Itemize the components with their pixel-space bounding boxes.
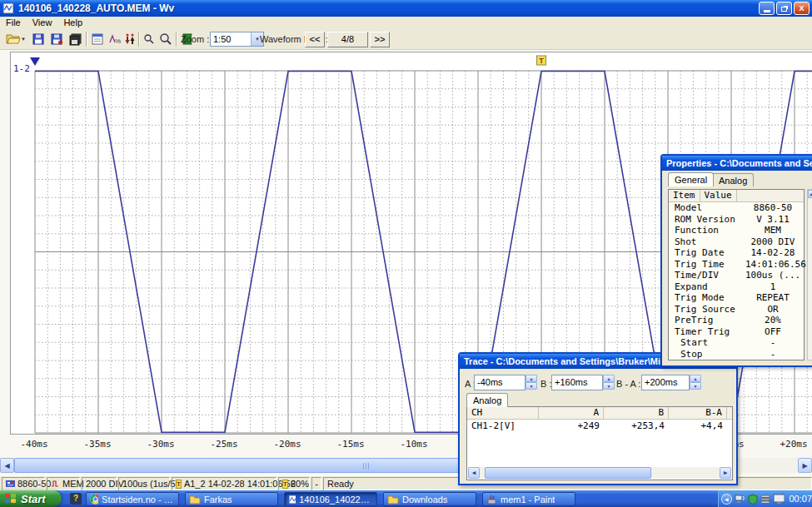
- property-value: REPEAT: [745, 292, 800, 304]
- property-item: Function: [669, 225, 745, 236]
- properties-table: Item Value Model8860-50ROM VersionV 3.11…: [668, 189, 805, 360]
- spin-up-icon[interactable]: ▲: [526, 375, 537, 382]
- magnifier-large-icon: [159, 32, 172, 46]
- layers-icon[interactable]: [760, 494, 770, 504]
- property-item: ROM Version: [669, 214, 745, 226]
- browser-icon: [90, 494, 98, 505]
- cursor-a-spinner[interactable]: ▲ ▼: [526, 375, 537, 390]
- cursor-b-a-spinner[interactable]: ▲ ▼: [690, 375, 701, 390]
- tab-analog[interactable]: Analog: [466, 393, 508, 407]
- tab-analog[interactable]: Analog: [712, 173, 754, 186]
- trace-cell: +4,4: [669, 420, 727, 432]
- scrollbar-thumb[interactable]: [485, 467, 651, 479]
- tab-general[interactable]: General: [668, 172, 714, 186]
- spin-down-icon[interactable]: ▼: [526, 382, 537, 390]
- zoom-in-button[interactable]: [158, 31, 173, 47]
- property-value: V 3.11: [745, 214, 800, 226]
- column-item: Item: [669, 190, 700, 202]
- system-tray: ◀ 00:07: [718, 490, 812, 507]
- minimize-button[interactable]: [759, 2, 775, 15]
- property-row: Expand1: [669, 281, 804, 293]
- close-button[interactable]: X: [794, 2, 810, 15]
- property-value: 1: [745, 281, 800, 293]
- cursor-a-input[interactable]: -40ms: [474, 375, 526, 390]
- x-axis-label: -35ms: [77, 439, 118, 450]
- scroll-left-icon[interactable]: ◀: [468, 467, 480, 479]
- spin-down-icon[interactable]: ▼: [603, 382, 615, 390]
- property-item: Expand: [669, 281, 745, 293]
- property-item: PreTrig: [669, 315, 745, 326]
- scroll-up-icon[interactable]: ▲: [808, 190, 812, 198]
- property-row: FunctionMEM: [669, 225, 804, 236]
- status-trigger-time: T A1_2 14-02-28 14:01:06.56: [172, 477, 276, 490]
- spin-up-icon[interactable]: ▲: [603, 375, 615, 382]
- display-icon[interactable]: [773, 494, 785, 505]
- x-axis-label: -40ms: [13, 439, 55, 450]
- toolbar-separator: [138, 32, 140, 47]
- properties-button[interactable]: [89, 31, 106, 47]
- cursor-b-spinner[interactable]: ▲ ▼: [603, 375, 615, 390]
- property-row: PreTrig20%: [669, 315, 804, 326]
- shield-icon[interactable]: [748, 494, 758, 505]
- property-item: Timer Trig: [669, 326, 745, 338]
- title-bar: 140106_140228_AUTO.MEM - Wv X: [0, 0, 812, 17]
- device-icon: [6, 480, 15, 488]
- restore-button[interactable]: [776, 2, 792, 15]
- menu-view[interactable]: View: [27, 17, 58, 28]
- copy-to-disk-button[interactable]: [67, 31, 83, 47]
- next-file-button[interactable]: >>: [370, 32, 390, 47]
- trace-table: CH A B B-A CH1-2[V]+249+253,4+4,4 ◀ ▶: [466, 406, 733, 480]
- property-value: MEM: [745, 225, 800, 236]
- trace-horizontal-scrollbar[interactable]: ◀ ▶: [468, 467, 731, 479]
- taskbar-item-wv[interactable]: 140106_140228_AUT...: [284, 492, 377, 506]
- properties-vertical-scrollbar[interactable]: ▲: [807, 189, 812, 360]
- scroll-right-icon[interactable]: ▶: [798, 458, 812, 473]
- previous-file-button[interactable]: <<: [305, 32, 325, 47]
- properties-window-title[interactable]: Properties - C:\Documents and Settings\B: [662, 156, 812, 171]
- properties-window: Properties - C:\Documents and Settings\B…: [660, 154, 812, 367]
- cursor-b-input[interactable]: +160ms: [551, 375, 603, 390]
- cursor-a-marker[interactable]: [30, 57, 40, 66]
- waveform-convert-button[interactable]: %: [107, 31, 123, 47]
- property-item: Time/DIV: [669, 270, 745, 281]
- transfer-button[interactable]: [122, 31, 138, 47]
- zoom-value: 1:50: [213, 34, 231, 44]
- property-value: OFF: [745, 326, 800, 338]
- floppy-icon: [32, 32, 45, 46]
- status-pretrig: T 20%: [278, 477, 310, 490]
- scroll-right-icon[interactable]: ▶: [720, 467, 731, 479]
- trace-row[interactable]: CH1-2[V]+249+253,4+4,4: [467, 420, 732, 432]
- taskbar-item-downloads[interactable]: Downloads: [383, 492, 476, 506]
- open-file-button[interactable]: ▼: [3, 31, 28, 47]
- taskbar-item-browser[interactable]: Startsiden.no - Googl...: [86, 492, 179, 506]
- property-value: 100us (...: [745, 270, 800, 281]
- network-icon[interactable]: [735, 494, 746, 505]
- save-as-button[interactable]: [48, 31, 65, 47]
- status-timediv: 100us (1us/5): [118, 477, 170, 490]
- zoom-out-button[interactable]: [142, 31, 157, 47]
- folder-icon: [189, 495, 201, 505]
- restore-icon: [781, 7, 787, 12]
- collapse-chevron-icon[interactable]: ◀: [721, 494, 732, 505]
- property-item: Model: [669, 202, 745, 214]
- scroll-left-icon[interactable]: ◀: [0, 458, 14, 473]
- save-button[interactable]: [30, 31, 47, 47]
- zoom-select[interactable]: 1:50 ▼: [210, 32, 264, 47]
- trace-window: Trace - C:\Documents and Settings\Bruker…: [458, 352, 738, 485]
- taskbar-item-paint[interactable]: mem1 - Paint: [482, 492, 575, 506]
- trigger-icon: T: [176, 480, 182, 489]
- taskbar-item-farkas[interactable]: Farkas: [185, 492, 278, 506]
- wv-doc-icon: [288, 495, 296, 505]
- properties-table-header: Item Value: [669, 190, 804, 202]
- property-row: Stop-: [669, 349, 804, 360]
- start-button[interactable]: Start: [0, 490, 62, 507]
- trace-cell: CH1-2[V]: [467, 420, 539, 432]
- disk-copy-icon: [68, 32, 82, 46]
- spin-down-icon[interactable]: ▼: [690, 382, 701, 390]
- quick-launch-help-icon[interactable]: ?: [70, 493, 82, 505]
- menu-file[interactable]: File: [0, 17, 27, 28]
- spin-up-icon[interactable]: ▲: [690, 375, 701, 382]
- property-row: Time/DIV100us (...: [669, 270, 804, 281]
- cursor-b-a-input[interactable]: +200ms: [641, 375, 690, 390]
- menu-help[interactable]: Help: [57, 17, 88, 28]
